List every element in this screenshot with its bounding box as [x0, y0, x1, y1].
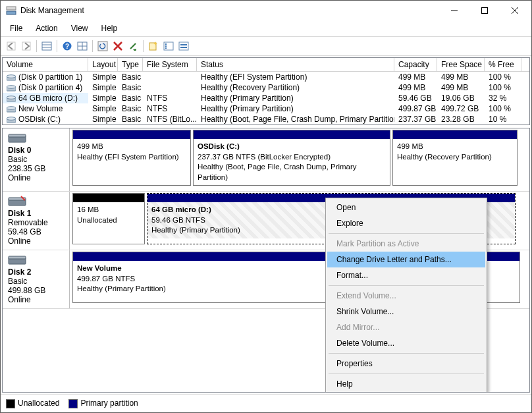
- volume-icon: [7, 105, 16, 113]
- volume-row[interactable]: (Disk 0 partition 4)SimpleBasicHealthy (…: [3, 82, 529, 93]
- minimize-button[interactable]: [439, 1, 469, 20]
- window-title: Disk Management: [20, 6, 439, 15]
- menu-action[interactable]: Action: [29, 22, 64, 35]
- volume-list-header[interactable]: VolumeLayoutTypeFile SystemStatusCapacit…: [3, 58, 529, 72]
- column-header[interactable]: Layout: [88, 58, 118, 71]
- partition[interactable]: OSDisk (C:)237.37 GB NTFS (BitLocker Enc…: [193, 130, 390, 186]
- context-menu-item[interactable]: Change Drive Letter and Paths...: [327, 252, 485, 267]
- details-icon[interactable]: [75, 39, 90, 53]
- svg-rect-3: [482, 8, 488, 14]
- menu-view[interactable]: View: [65, 22, 95, 35]
- context-menu-item: Add Mirror...: [327, 319, 485, 335]
- partition[interactable]: 499 MBHealthy (EFI System Partition): [72, 130, 191, 186]
- disk-map[interactable]: Disk 0Basic238.35 GBOnline499 MBHealthy …: [2, 128, 530, 393]
- svg-point-28: [7, 75, 16, 78]
- svg-rect-0: [7, 11, 16, 14]
- context-menu-item[interactable]: Help: [327, 376, 485, 392]
- svg-rect-24: [179, 42, 188, 50]
- svg-rect-21: [165, 43, 167, 45]
- column-header[interactable]: Volume: [3, 58, 88, 71]
- removable-disk-icon: [8, 196, 26, 207]
- legend: Unallocated Primary partition: [1, 394, 531, 412]
- context-menu-item: Extend Volume...: [327, 288, 485, 304]
- toolbar: ?: [1, 37, 531, 56]
- svg-rect-22: [165, 45, 167, 47]
- menu-help[interactable]: Help: [95, 22, 124, 35]
- close-button[interactable]: [500, 1, 530, 20]
- disk-management-window: Disk Management File Action View Help ? …: [0, 0, 532, 413]
- volume-icon: [7, 84, 16, 92]
- svg-text:?: ?: [65, 43, 69, 50]
- volume-icon: [7, 94, 16, 102]
- table-view-icon[interactable]: [40, 39, 54, 53]
- menu-file[interactable]: File: [3, 22, 29, 35]
- partition[interactable]: 499 MBHealthy (Recovery Partition): [392, 130, 518, 186]
- menubar: File Action View Help: [1, 20, 531, 37]
- volume-row[interactable]: OSDisk (C:)SimpleBasicNTFS (BitLo...Heal…: [3, 114, 529, 124]
- volume-row[interactable]: New VolumeSimpleBasicNTFSHealthy (Primar…: [3, 103, 529, 114]
- disk-header[interactable]: Disk 1Removable59.48 GBOnline: [3, 192, 70, 250]
- back-button[interactable]: [4, 39, 18, 53]
- hdd-icon: [8, 254, 26, 266]
- column-header[interactable]: Type: [118, 58, 143, 71]
- help-icon[interactable]: ?: [60, 39, 74, 53]
- svg-rect-26: [180, 47, 187, 48]
- refresh-icon[interactable]: [95, 39, 110, 53]
- legend-unallocated: Unallocated: [6, 399, 59, 408]
- disk-row: Disk 0Basic238.35 GBOnline499 MBHealthy …: [3, 128, 529, 192]
- context-menu-item[interactable]: Open: [327, 200, 485, 215]
- action-icon[interactable]: [126, 39, 140, 53]
- svg-rect-8: [42, 42, 51, 50]
- context-menu-item[interactable]: Properties: [327, 356, 485, 372]
- app-icon: [6, 5, 16, 16]
- disk-header[interactable]: Disk 0Basic238.35 GBOnline: [3, 128, 70, 191]
- svg-rect-1: [7, 7, 16, 10]
- column-header[interactable]: Free Space: [437, 58, 485, 71]
- list-icon[interactable]: [161, 39, 176, 53]
- delete-icon[interactable]: [111, 39, 125, 53]
- volume-row[interactable]: 64 GB micro (D:)SimpleBasicNTFSHealthy (…: [3, 93, 529, 103]
- maximize-button[interactable]: [469, 1, 500, 20]
- svg-rect-38: [9, 134, 26, 137]
- graphical-icon[interactable]: [176, 39, 191, 53]
- volume-row[interactable]: (Disk 0 partition 1)SimpleBasicHealthy (…: [3, 72, 529, 82]
- hdd-icon: [8, 132, 26, 144]
- disk-header[interactable]: Disk 2Basic499.88 GBOnline: [3, 250, 70, 308]
- svg-rect-25: [180, 44, 187, 45]
- volume-icon: [7, 115, 16, 123]
- partition[interactable]: 16 MBUnallocated: [72, 193, 145, 244]
- context-menu-item: Mark Partition as Active: [327, 236, 485, 252]
- column-header[interactable]: Capacity: [394, 58, 437, 71]
- column-header[interactable]: Status: [197, 58, 394, 71]
- legend-primary: Primary partition: [68, 399, 138, 408]
- forward-button[interactable]: [19, 39, 34, 53]
- context-menu-item[interactable]: Delete Volume...: [327, 335, 485, 351]
- volume-icon: [7, 73, 16, 81]
- svg-point-32: [7, 96, 16, 99]
- context-menu: OpenExploreMark Partition as ActiveChang…: [325, 198, 487, 393]
- svg-point-36: [7, 117, 16, 121]
- context-menu-item[interactable]: Explore: [327, 215, 485, 231]
- svg-point-34: [7, 107, 16, 110]
- context-menu-item[interactable]: Shrink Volume...: [327, 304, 485, 319]
- svg-point-30: [7, 86, 16, 89]
- svg-rect-42: [9, 256, 26, 259]
- column-header[interactable]: % Free: [485, 58, 521, 71]
- column-header[interactable]: File System: [143, 58, 197, 71]
- volume-list[interactable]: VolumeLayoutTypeFile SystemStatusCapacit…: [2, 57, 530, 125]
- titlebar[interactable]: Disk Management: [1, 1, 531, 20]
- svg-rect-23: [165, 47, 167, 49]
- context-menu-item[interactable]: Format...: [327, 267, 485, 283]
- new-icon[interactable]: [146, 39, 161, 53]
